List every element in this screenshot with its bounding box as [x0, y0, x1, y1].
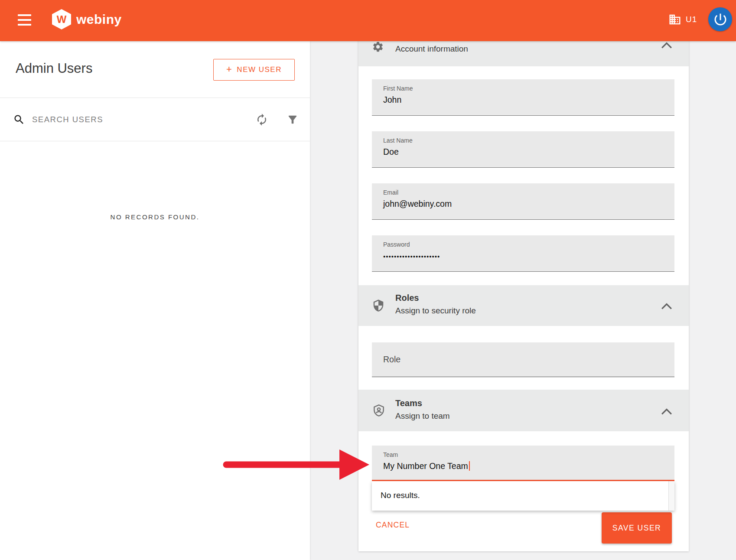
- password-value: •••••••••••••••••••••: [383, 253, 440, 260]
- menu-icon[interactable]: [18, 14, 31, 26]
- app-bar: W webiny U1: [0, 0, 736, 41]
- webiny-logo-icon[interactable]: W: [52, 9, 71, 29]
- password-field[interactable]: Password •••••••••••••••••••••: [372, 235, 674, 272]
- shield-person-icon: [372, 404, 386, 417]
- page-title: Admin Users: [16, 61, 92, 76]
- user-form-panel: Bio Account information First Name John …: [358, 20, 689, 551]
- gear-icon: [372, 41, 384, 53]
- section-title-roles: Roles: [395, 293, 419, 303]
- team-field-label: Team: [383, 451, 398, 458]
- empty-list-message: NO RECORDS FOUND.: [0, 213, 310, 221]
- first-name-value: John: [383, 95, 401, 105]
- text-cursor: [469, 461, 470, 471]
- last-name-field[interactable]: Last Name Doe: [372, 131, 674, 168]
- section-subtitle-bio: Account information: [395, 44, 468, 54]
- autocomplete-dropdown[interactable]: No results.: [372, 481, 674, 511]
- tenant-label: U1: [686, 15, 697, 24]
- email-field[interactable]: Email john@webiny.com: [372, 183, 674, 220]
- first-name-label: First Name: [383, 85, 413, 92]
- tenant-switcher[interactable]: U1: [668, 13, 697, 26]
- plus-icon: +: [226, 64, 232, 75]
- team-field-value[interactable]: My Number One Team: [383, 461, 468, 471]
- shield-icon: [372, 299, 385, 312]
- new-user-button[interactable]: + NEW USER: [213, 59, 295, 81]
- building-icon: [668, 13, 681, 26]
- cancel-button[interactable]: CANCEL: [376, 514, 432, 536]
- section-header-teams[interactable]: Teams Assign to team: [358, 390, 689, 431]
- last-name-label: Last Name: [383, 137, 413, 144]
- brand-name: webiny: [76, 12, 122, 27]
- dropdown-scrollbar[interactable]: [668, 481, 674, 511]
- logo-letter: W: [57, 13, 67, 26]
- chevron-up-icon[interactable]: [661, 42, 672, 49]
- filter-icon[interactable]: [287, 114, 299, 126]
- user-avatar[interactable]: [708, 7, 732, 31]
- no-results-message: No results.: [381, 491, 420, 500]
- users-list-panel: Admin Users + NEW USER NO RECORDS FOUND.: [0, 41, 310, 560]
- team-autocomplete-field[interactable]: Team My Number One Team: [372, 446, 674, 481]
- chevron-up-icon[interactable]: [661, 303, 672, 310]
- email-label: Email: [383, 189, 398, 196]
- last-name-value: Doe: [383, 147, 399, 157]
- search-users-input[interactable]: [32, 115, 214, 124]
- search-bar: [0, 98, 310, 141]
- section-subtitle-teams: Assign to team: [395, 411, 450, 421]
- section-title-teams: Teams: [395, 398, 422, 408]
- password-label: Password: [383, 241, 410, 248]
- save-user-button[interactable]: SAVE USER: [602, 512, 672, 544]
- power-icon: [713, 12, 728, 27]
- role-field-label: Role: [383, 355, 401, 365]
- search-icon[interactable]: [13, 114, 25, 126]
- first-name-field[interactable]: First Name John: [372, 79, 674, 116]
- chevron-up-icon[interactable]: [661, 408, 672, 416]
- email-value: john@webiny.com: [383, 199, 452, 209]
- section-subtitle-roles: Assign to security role: [395, 306, 476, 316]
- new-user-button-label: NEW USER: [237, 65, 282, 74]
- role-select-field[interactable]: Role: [372, 342, 674, 377]
- section-header-roles[interactable]: Roles Assign to security role: [358, 285, 689, 326]
- refresh-icon[interactable]: [255, 113, 268, 126]
